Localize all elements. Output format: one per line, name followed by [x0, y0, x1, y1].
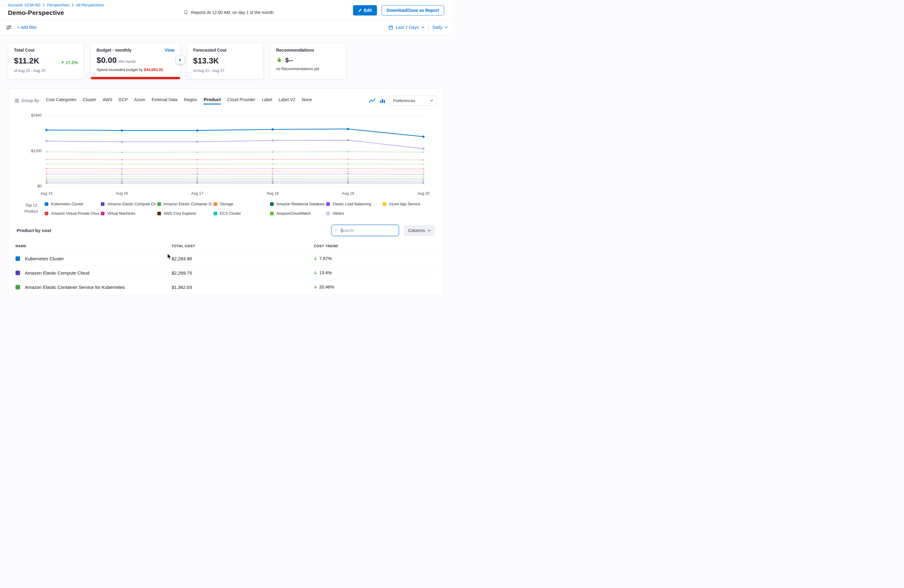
legend-label: Kubernetes Cluster — [51, 202, 84, 206]
total-cost-trend: 17.2% — [61, 60, 78, 65]
group-by-tab-gcp[interactable]: GCP — [119, 97, 128, 104]
svg-text:$1200: $1200 — [31, 149, 42, 153]
legend-label: Amazon Elastic Compute Clo... — [107, 202, 155, 206]
group-by-tab-label[interactable]: Label — [262, 97, 272, 104]
legend-swatch — [101, 212, 104, 215]
text-caret — [342, 228, 342, 233]
group-by-tab-external-data[interactable]: External Data — [152, 97, 177, 104]
legend-item[interactable]: AmazonCloudWatch — [270, 212, 324, 216]
svg-text:Aug 15: Aug 15 — [40, 191, 52, 196]
legend-item[interactable]: Amazon Elastic Compute Clo... — [101, 202, 155, 206]
legend-item[interactable]: Elastic Load Balancing — [326, 202, 381, 206]
recommendations-value: $-- — [285, 57, 293, 64]
cost-trend-chart[interactable]: $0$1200$2400Aug 15Aug 16Aug 17Aug 18Aug … — [15, 110, 437, 199]
breadcrumb: Account: CCM-NG Perspectives All Perspec… — [8, 3, 104, 7]
group-by-tab-cost-categories[interactable]: Cost Categories — [46, 97, 76, 104]
group-by-tab-label-v2[interactable]: Label V2 — [278, 97, 295, 104]
budget-label: Budget - monthly — [96, 48, 131, 52]
table-row[interactable]: Amazon Elastic Compute Cloud $2,269.75 1… — [15, 266, 437, 280]
series-color-chip — [16, 270, 20, 275]
columns-label: Columns — [408, 228, 425, 233]
col-header-cost-trend: COST TREND — [314, 244, 436, 248]
line-chart-icon — [369, 98, 376, 103]
group-by-tab-aws[interactable]: AWS — [103, 97, 112, 104]
edit-button[interactable]: Edit — [353, 5, 377, 16]
product-cost-table: NAME TOTAL COST COST TREND Kubernetes Cl… — [15, 241, 437, 294]
breadcrumb-all-perspectives[interactable]: All Perspectives — [76, 3, 104, 7]
legend-swatch — [270, 202, 274, 206]
row-total-cost: $2,269.75 — [172, 270, 314, 275]
legend-swatch — [157, 212, 161, 215]
summary-cards: Total Cost $11.2K 17.2% of Aug 15 - Aug … — [0, 35, 452, 79]
table-row[interactable]: Amazon Elastic Container Service for Kub… — [15, 280, 437, 294]
search-icon — [335, 228, 337, 232]
money-icon: $ — [276, 57, 283, 63]
chevron-down-icon — [428, 229, 431, 231]
edit-button-label: Edit — [364, 8, 372, 13]
search-input[interactable] — [339, 228, 395, 233]
line-chart-toggle[interactable] — [369, 98, 376, 103]
legend-item[interactable]: Amazon Elastic Container Se... — [157, 202, 212, 206]
add-filter-button[interactable]: + add filter — [17, 25, 37, 30]
legend-label: ECS Cluster — [220, 212, 241, 216]
row-product-name: Amazon Elastic Container Service for Kub… — [25, 285, 125, 290]
legend-item[interactable]: ECS Cluster — [213, 212, 268, 216]
col-header-name: NAME — [16, 244, 172, 248]
preferences-dropdown[interactable]: Preferences — [389, 95, 437, 106]
recommendations-subtext: no Recommendations yet — [276, 67, 340, 71]
legend-item[interactable]: Kubernetes Cluster — [45, 202, 99, 206]
legend-item[interactable]: Virtual Machines — [101, 212, 155, 216]
forecasted-cost-label: Forecasted Cost — [193, 48, 257, 52]
legend-swatch — [213, 202, 217, 206]
play-icon — [179, 58, 182, 62]
row-product-name: Amazon Elastic Compute Cloud — [25, 270, 89, 275]
row-cost-trend: 7.87% — [314, 256, 436, 261]
budget-view-link[interactable]: View — [164, 48, 174, 52]
bar-chart-toggle[interactable] — [380, 98, 385, 103]
group-by-tab-cloud-provider[interactable]: Cloud Provider — [227, 97, 256, 104]
group-by-tab-product[interactable]: Product — [204, 97, 221, 104]
legend-item[interactable]: AWS Cost Explorer — [157, 212, 212, 216]
legend-item[interactable]: Storage — [213, 202, 268, 206]
row-trend-value: 7.87% — [319, 256, 332, 261]
pencil-icon — [358, 8, 362, 12]
legend-swatch — [326, 212, 330, 215]
filter-settings-icon[interactable] — [6, 25, 11, 30]
arrow-down-icon — [314, 257, 317, 260]
chevron-down-icon — [445, 27, 448, 28]
budget-exceeded-amount: $44,693.35 — [144, 68, 163, 72]
download-save-report-button[interactable]: Download/Save as Report — [381, 5, 444, 16]
breadcrumb-account[interactable]: Account: CCM-NG — [8, 3, 41, 7]
total-cost-trend-value: 17.2% — [66, 60, 78, 65]
legend-label: AWS Cost Explorer — [164, 212, 196, 216]
search-box — [332, 225, 399, 236]
table-header-row: NAME TOTAL COST COST TREND — [15, 241, 437, 251]
legend-item[interactable]: Amazon Virtual Private Cloud — [45, 212, 99, 216]
svg-text:Aug 20: Aug 20 — [417, 191, 430, 196]
calendar-icon — [389, 25, 393, 30]
group-by-tab-region[interactable]: Region — [184, 97, 197, 104]
legend-label: AmazonCloudWatch — [277, 212, 311, 216]
budget-card: Budget - monthly View $0.00 this month S… — [90, 43, 180, 79]
legend-label: Amazon Virtual Private Cloud — [51, 212, 99, 216]
breadcrumb-perspectives[interactable]: Perspectives — [47, 3, 70, 7]
legend-item[interactable]: Amazon Relational Database ... — [270, 202, 324, 206]
table-row[interactable]: Kubernetes Cluster $2,283.98 7.87% — [15, 251, 437, 266]
bell-icon — [183, 10, 188, 15]
legend-label: Amazon Elastic Container Se... — [164, 202, 212, 206]
date-range-selector[interactable]: Last 7 Days — [389, 25, 424, 30]
svg-text:$2400: $2400 — [31, 113, 42, 117]
legend-item[interactable]: Azure App Service — [383, 202, 437, 206]
budget-expand-button[interactable] — [176, 56, 184, 64]
series-color-chip — [16, 285, 20, 289]
total-cost-label: Total Cost — [14, 48, 78, 52]
granularity-selector[interactable]: Daily — [433, 25, 448, 30]
date-range-label: Last 7 Days — [395, 25, 419, 30]
legend-item[interactable]: Others — [326, 212, 381, 216]
group-by-tab-none[interactable]: None — [302, 97, 312, 104]
table-title: Product by cost — [17, 228, 51, 233]
columns-dropdown[interactable]: Columns — [404, 225, 435, 236]
group-by-tab-cluster[interactable]: Cluster — [83, 97, 96, 104]
forecasted-cost-value: $13.3K — [193, 56, 219, 66]
group-by-tab-azure[interactable]: Azure — [134, 97, 145, 104]
